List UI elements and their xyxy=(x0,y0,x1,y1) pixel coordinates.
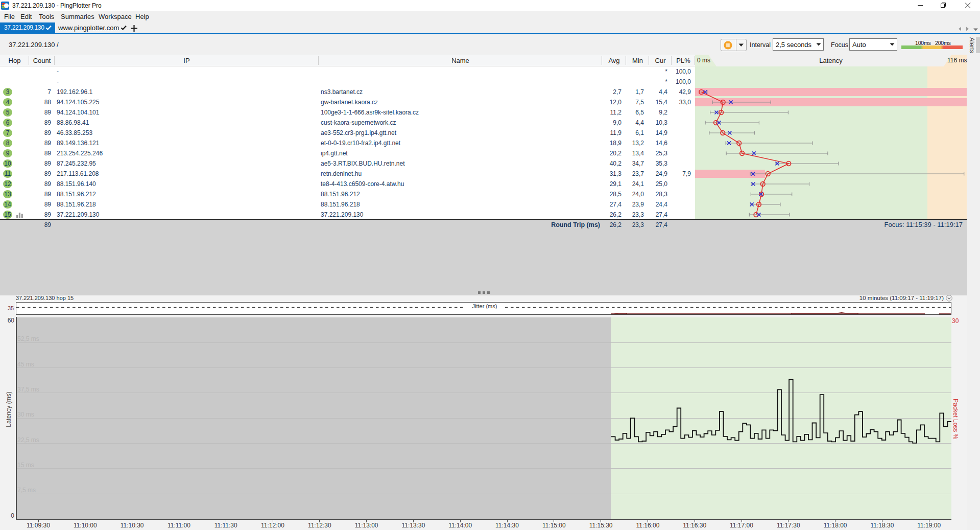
svg-text:11:18:00: 11:18:00 xyxy=(824,522,847,529)
svg-text:7,5 ms: 7,5 ms xyxy=(17,487,36,494)
svg-text:11:11:00: 11:11:00 xyxy=(168,522,190,529)
svg-text:11:13:00: 11:13:00 xyxy=(355,522,378,529)
svg-text:11:13:30: 11:13:30 xyxy=(401,522,425,529)
svg-text:11:15:00: 11:15:00 xyxy=(542,522,566,529)
svg-text:11:19:00: 11:19:00 xyxy=(917,522,941,529)
svg-text:11:16:00: 11:16:00 xyxy=(636,522,659,529)
svg-text:11:17:30: 11:17:30 xyxy=(777,522,800,529)
svg-text:11:14:00: 11:14:00 xyxy=(448,522,472,529)
svg-text:11:16:30: 11:16:30 xyxy=(683,522,706,529)
svg-text:Jitter (ms): Jitter (ms) xyxy=(472,303,497,309)
svg-text:30 ms: 30 ms xyxy=(17,411,34,418)
svg-text:11:18:30: 11:18:30 xyxy=(870,522,894,529)
svg-text:37,5 ms: 37,5 ms xyxy=(17,386,39,393)
svg-text:11:10:30: 11:10:30 xyxy=(121,522,144,529)
svg-text:45 ms: 45 ms xyxy=(17,361,34,368)
svg-text:15 ms: 15 ms xyxy=(17,462,34,469)
svg-text:11:11:30: 11:11:30 xyxy=(214,522,237,529)
svg-text:11:09:30: 11:09:30 xyxy=(27,522,50,529)
svg-text:11:15:30: 11:15:30 xyxy=(589,522,613,529)
svg-text:11:12:30: 11:12:30 xyxy=(308,522,331,529)
svg-text:11:10:00: 11:10:00 xyxy=(74,522,97,529)
svg-text:11:12:00: 11:12:00 xyxy=(261,522,284,529)
svg-text:52,5 ms: 52,5 ms xyxy=(17,335,39,342)
svg-text:22,5 ms: 22,5 ms xyxy=(17,436,39,444)
svg-text:11:17:00: 11:17:00 xyxy=(730,522,753,529)
svg-text:11:14:30: 11:14:30 xyxy=(495,522,519,529)
